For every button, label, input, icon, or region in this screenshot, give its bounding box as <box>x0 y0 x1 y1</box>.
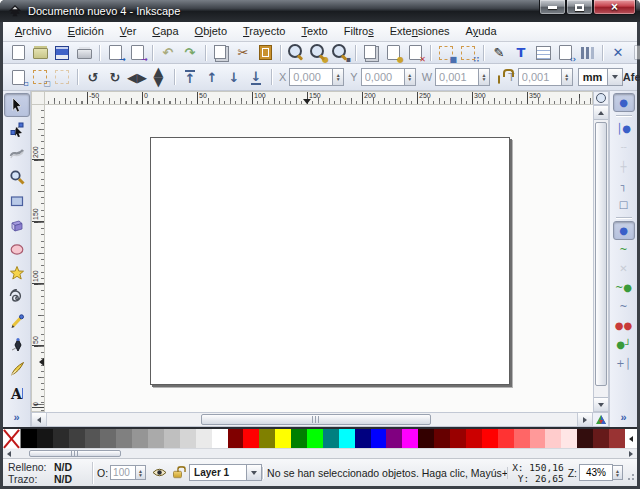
zoom-corner-button[interactable] <box>593 91 609 105</box>
palette-swatch[interactable] <box>132 429 148 448</box>
tool-bezier-pen[interactable] <box>4 333 30 357</box>
tool-calligraphy[interactable] <box>4 357 30 381</box>
palette-scroll-right[interactable] <box>625 449 637 458</box>
snap-bbox-centers-button[interactable]: □ <box>613 195 635 214</box>
menu-texto[interactable]: Texto <box>293 22 335 41</box>
zoom-spinner[interactable]: ▲▼ <box>613 465 623 480</box>
snap-object-centers-button[interactable]: ●┘ <box>613 335 635 354</box>
menu-objeto[interactable]: Objeto <box>187 22 235 41</box>
menu-filtros[interactable]: Filtros <box>336 22 382 41</box>
height-input[interactable] <box>518 68 562 86</box>
lower-to-bottom-button[interactable]: ↓ <box>245 67 267 87</box>
palette-more-button[interactable] <box>625 429 637 448</box>
color-management-toggle[interactable] <box>592 413 608 426</box>
fill-stroke-dialog-button[interactable]: ✎ <box>488 43 510 63</box>
palette-swatch[interactable] <box>339 429 355 448</box>
palette-swatch[interactable] <box>164 429 180 448</box>
tool-star[interactable] <box>4 261 30 285</box>
palette-swatch[interactable] <box>53 429 69 448</box>
palette-swatch[interactable] <box>514 429 530 448</box>
units-dropdown[interactable]: mm <box>578 68 623 86</box>
palette-swatch[interactable] <box>323 429 339 448</box>
snap-bounding-box-button[interactable]: │● <box>613 119 635 138</box>
palette-swatch[interactable] <box>116 429 132 448</box>
opacity-input[interactable] <box>110 465 136 480</box>
layers-dialog-button[interactable] <box>532 43 554 63</box>
palette-swatch[interactable] <box>466 429 482 448</box>
vertical-scroll-thumb[interactable] <box>595 122 607 386</box>
zoom-drawing-button[interactable]: ● <box>307 43 329 63</box>
select-all-button[interactable]: ▫ <box>7 67 29 87</box>
palette-swatch[interactable] <box>498 429 514 448</box>
raise-button[interactable]: ↑ <box>201 67 223 87</box>
no-color-swatch[interactable] <box>3 429 21 448</box>
zoom-selection-button[interactable] <box>285 43 307 63</box>
scroll-up-arrow[interactable] <box>594 106 608 120</box>
opacity-spinner[interactable]: ▲▼ <box>136 465 146 480</box>
palette-swatch[interactable] <box>355 429 371 448</box>
document-page[interactable] <box>150 137 510 385</box>
width-input[interactable] <box>435 68 479 86</box>
select-all-layers-button[interactable]: ▢ <box>29 67 51 87</box>
palette-swatch[interactable] <box>530 429 546 448</box>
palette-swatch[interactable] <box>434 429 450 448</box>
units-dropdown-arrow[interactable] <box>608 68 623 86</box>
title-bar[interactable]: Documento nuevo 4 - Inkscape × <box>0 0 640 22</box>
palette-swatch[interactable] <box>577 429 593 448</box>
rotate-90-ccw-button[interactable]: ↺ <box>82 67 104 87</box>
menu-archivo[interactable]: Archivo <box>7 22 60 41</box>
zoom-input[interactable] <box>579 464 613 481</box>
open-document-button[interactable] <box>29 43 51 63</box>
width-spinner[interactable]: ▲▼ <box>479 68 490 86</box>
cut-button[interactable]: ✂ <box>232 43 254 63</box>
layer-lock-icon[interactable] <box>173 470 182 477</box>
palette-swatch[interactable] <box>450 429 466 448</box>
unlink-clone-button[interactable]: ✕ <box>404 43 426 63</box>
tool-box-3d[interactable] <box>4 213 30 237</box>
undo-button[interactable]: ↶ <box>157 43 179 63</box>
snap-nodes-button[interactable]: ● <box>613 221 635 240</box>
lower-button[interactable]: ↓ <box>223 67 245 87</box>
height-spinner[interactable]: ▲▼ <box>562 68 573 86</box>
palette-swatch[interactable] <box>418 429 434 448</box>
palette-swatch[interactable] <box>593 429 609 448</box>
print-document-button[interactable] <box>73 43 95 63</box>
tool-rectangle[interactable] <box>4 189 30 213</box>
vertical-ruler[interactable]: 200150100500 <box>31 105 45 412</box>
palette-swatch[interactable] <box>228 429 244 448</box>
flip-vertical-button[interactable]: ◀▶ <box>148 67 170 87</box>
layer-visibility-icon[interactable] <box>152 467 167 478</box>
save-document-button[interactable] <box>51 43 73 63</box>
flip-horizontal-button[interactable]: ◀▶ <box>126 67 148 87</box>
tool-selector[interactable] <box>4 93 30 117</box>
align-distribute-button[interactable] <box>576 43 598 63</box>
maximize-button[interactable] <box>566 0 593 15</box>
menu-capa[interactable]: Capa <box>144 22 186 41</box>
zoom-page-button[interactable]: ▪ <box>329 43 351 63</box>
palette-swatch[interactable] <box>37 429 53 448</box>
ungroup-objects-button[interactable]: ∷ <box>457 43 479 63</box>
layer-dropdown-arrow[interactable] <box>247 464 262 481</box>
menu-trayecto[interactable]: Trayecto <box>235 22 293 41</box>
palette-swatch[interactable] <box>291 429 307 448</box>
toolbox-overflow-chevron[interactable]: » <box>13 411 19 423</box>
lock-ratio-icon[interactable] <box>498 75 500 84</box>
redo-button[interactable]: ↷ <box>179 43 201 63</box>
fill-stroke-indicator[interactable]: Relleno: N/D Trazo: N/D <box>3 461 88 485</box>
horizontal-scroll-thumb[interactable] <box>201 414 431 425</box>
snap-enable-button[interactable]: ● <box>613 93 635 112</box>
menu-extensiones[interactable]: Extensiones <box>382 22 458 41</box>
tool-text[interactable]: A <box>4 381 30 405</box>
snap-midpoints-button[interactable]: ●● <box>613 316 635 335</box>
palette-scroll-thumb[interactable] <box>29 450 121 457</box>
snap-smooth-nodes-button[interactable]: ~ <box>613 297 635 316</box>
horizontal-scroll-track[interactable] <box>47 413 577 426</box>
palette-swatch[interactable] <box>386 429 402 448</box>
tool-ellipse[interactable] <box>4 237 30 261</box>
vertical-scrollbar[interactable] <box>593 105 609 412</box>
xml-editor-button[interactable]: ‹› <box>554 43 576 63</box>
create-clone-button[interactable]: ● <box>382 43 404 63</box>
palette-swatch[interactable] <box>85 429 101 448</box>
duplicate-button[interactable] <box>360 43 382 63</box>
new-document-button[interactable] <box>7 43 29 63</box>
